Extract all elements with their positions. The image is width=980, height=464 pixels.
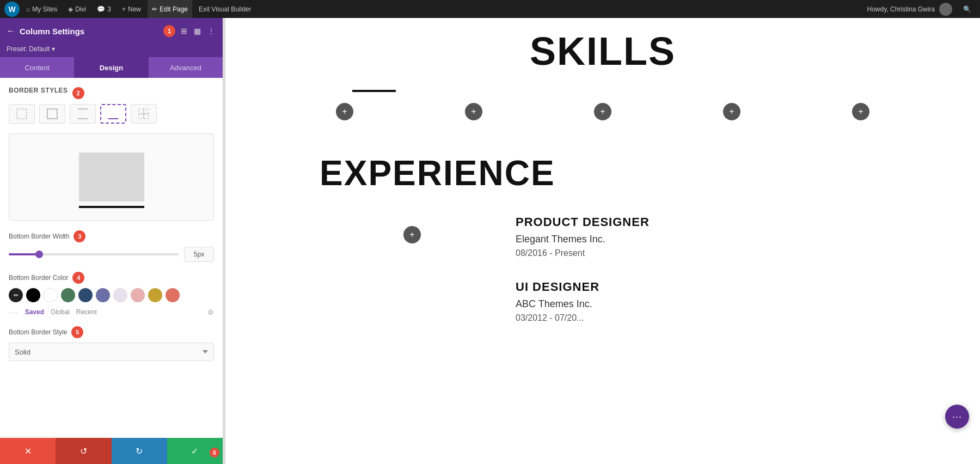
divi-menu[interactable]: ◈ Divi: [64, 0, 90, 18]
border-none-btn[interactable]: [9, 104, 35, 124]
color-tabs-row: ··· Saved Global Recent ⚙: [9, 308, 214, 316]
color-swatch-pink[interactable]: [131, 288, 145, 302]
preset-row: Preset: Default ▾: [0, 44, 223, 57]
preview-bottom-border: [79, 206, 144, 208]
color-swatch-coral[interactable]: [166, 288, 180, 302]
border-style-label: Bottom Border Style: [9, 328, 67, 336]
home-icon: ⌂: [26, 5, 30, 13]
experience-grid: + PRODUCT DESIGNER Elegant Themes Inc. 0…: [320, 215, 886, 345]
step-1-badge: 1: [163, 25, 175, 37]
color-picker-btn[interactable]: ✏: [9, 288, 23, 302]
color-tab-global[interactable]: Global: [51, 308, 70, 316]
job-company-1: Elegant Themes Inc.: [516, 234, 886, 245]
border-width-slider[interactable]: [9, 253, 179, 255]
add-column-btn-2[interactable]: +: [465, 103, 482, 120]
color-tab-saved[interactable]: Saved: [25, 308, 44, 316]
page-content-area: SKILLS + + + + + EXPERIENCE +: [276, 18, 929, 367]
border-bottom-btn[interactable]: [100, 104, 126, 124]
panel-tabs: Content Design Advanced: [0, 57, 223, 78]
color-settings-gear-icon[interactable]: ⚙: [207, 308, 214, 316]
cancel-button[interactable]: ✕: [0, 438, 56, 464]
back-button[interactable]: ←: [7, 26, 15, 36]
color-swatch-white[interactable]: [44, 288, 58, 302]
tab-content[interactable]: Content: [0, 57, 74, 78]
color-swatch-black[interactable]: [26, 288, 40, 302]
border-width-label: Bottom Border Width: [9, 233, 69, 240]
preset-dropdown-arrow[interactable]: ▾: [52, 45, 55, 53]
page-canvas: SKILLS + + + + + EXPERIENCE +: [225, 18, 980, 464]
add-column-row: + + + + +: [320, 103, 886, 120]
job-item: UI DESIGNER ABC Themes Inc. 03/2012 - 07…: [516, 280, 886, 323]
panel-title: Column Settings: [20, 27, 84, 36]
more-options-icon[interactable]: ⋮: [206, 26, 216, 36]
bottom-border-width-section: Bottom Border Width 3 5px: [9, 230, 214, 262]
add-column-btn-5[interactable]: +: [852, 103, 869, 120]
skills-section: SKILLS: [320, 29, 886, 92]
redo-btn-wrap: ↻: [112, 438, 167, 464]
border-style-buttons: [9, 104, 214, 124]
exit-builder-button[interactable]: Exit Visual Builder: [194, 0, 256, 18]
job-item: PRODUCT DESIGNER Elegant Themes Inc. 08/…: [516, 215, 886, 258]
cancel-btn-wrap: ✕: [0, 438, 56, 464]
plus-icon: +: [122, 5, 126, 13]
svg-rect-1: [47, 109, 57, 119]
more-colors-dots[interactable]: ···: [9, 308, 19, 316]
user-avatar-icon: [939, 3, 952, 16]
panel-content: Border Styles 2: [0, 78, 223, 438]
experience-add-col: +: [320, 215, 505, 243]
bottom-border-color-section: Bottom Border Color 4 ✏ ···: [9, 272, 214, 316]
step-2-badge: 2: [72, 87, 84, 99]
border-preview: [9, 133, 214, 221]
color-swatches-row: ✏: [9, 288, 214, 302]
color-swatch-gold[interactable]: [148, 288, 162, 302]
border-all-btn[interactable]: [39, 104, 65, 124]
edit-page-button[interactable]: ✏ Edit Page: [148, 0, 192, 18]
job-title-1: PRODUCT DESIGNER: [516, 215, 886, 229]
add-experience-col-btn[interactable]: +: [403, 226, 421, 243]
border-custom-btn[interactable]: [131, 104, 157, 124]
undo-button[interactable]: ↺: [56, 438, 111, 464]
border-styles-section: Border Styles 2: [9, 87, 214, 124]
step-4-badge: 4: [72, 272, 84, 284]
preset-label: Preset: Default: [7, 45, 50, 53]
step-6-badge: 6: [210, 448, 219, 457]
wp-logo-icon[interactable]: W: [4, 2, 20, 17]
experience-section: EXPERIENCE + PRODUCT DESIGNER Elegant Th…: [320, 153, 886, 345]
new-menu[interactable]: + New: [118, 0, 145, 18]
bottom-border-style-section: Bottom Border Style 5 Solid None Dashed …: [9, 326, 214, 361]
undo-btn-wrap: ↺: [56, 438, 111, 464]
save-btn-wrap: ✓ 6: [167, 438, 223, 464]
border-style-select[interactable]: Solid None Dashed Dotted Double Groove R…: [9, 343, 214, 361]
resize-icon[interactable]: ⊞: [180, 26, 188, 36]
color-swatch-light-purple[interactable]: [113, 288, 127, 302]
add-column-btn-4[interactable]: +: [723, 103, 740, 120]
panel-header: ← Column Settings 1 ⊞ ▦ ⋮: [0, 18, 223, 44]
add-column-btn-3[interactable]: +: [594, 103, 611, 120]
color-swatch-green[interactable]: [61, 288, 75, 302]
divi-icon: ◈: [68, 5, 73, 13]
floating-menu-button[interactable]: ···: [945, 405, 969, 429]
howdy-user[interactable]: Howdy, Christina Gwira: [863, 0, 957, 18]
tab-advanced[interactable]: Advanced: [149, 57, 223, 78]
border-color-label: Bottom Border Color: [9, 274, 68, 282]
border-width-value[interactable]: 5px: [184, 247, 214, 262]
layout-icon[interactable]: ▦: [193, 26, 202, 36]
column-settings-panel: ← Column Settings 1 ⊞ ▦ ⋮ Preset: Defaul…: [0, 18, 223, 464]
border-width-slider-row: 5px: [9, 247, 214, 262]
border-sides-btn[interactable]: [70, 104, 96, 124]
border-styles-label: Border Styles: [9, 87, 68, 94]
color-tab-recent[interactable]: Recent: [76, 308, 97, 316]
redo-button[interactable]: ↻: [112, 438, 167, 464]
svg-rect-0: [17, 109, 27, 119]
comment-icon: 💬: [97, 5, 105, 13]
experience-title: EXPERIENCE: [320, 153, 886, 193]
color-swatch-lavender[interactable]: [96, 288, 110, 302]
skills-underline: [352, 90, 396, 92]
my-sites-menu[interactable]: ⌂ My Sites: [22, 0, 62, 18]
search-admin-icon[interactable]: 🔍: [959, 0, 976, 18]
comments-menu[interactable]: 💬 3: [93, 0, 115, 18]
color-swatch-navy[interactable]: [78, 288, 93, 302]
add-column-btn-1[interactable]: +: [336, 103, 353, 120]
tab-design[interactable]: Design: [74, 57, 148, 78]
edit-icon: ✏: [152, 5, 157, 13]
